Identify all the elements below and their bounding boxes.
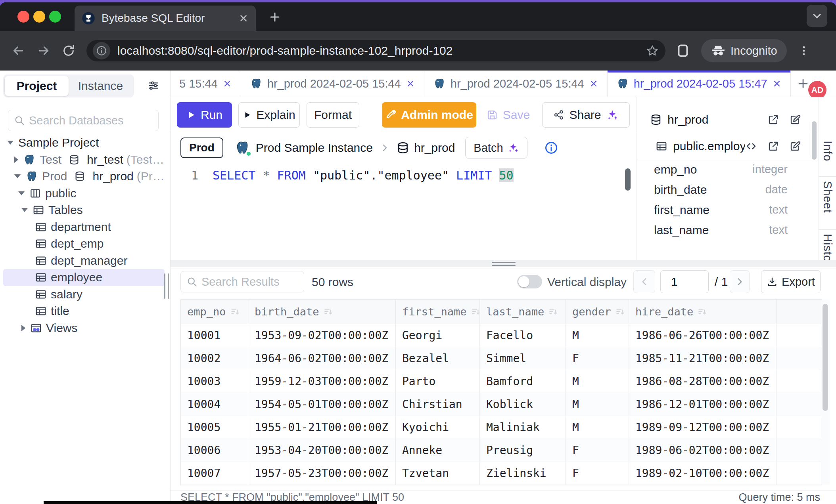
next-page-button[interactable] [730, 270, 750, 293]
traffic-light-zoom[interactable] [49, 11, 61, 23]
result-grid: emp_nobirth_datefirst_namelast_namegende… [180, 299, 822, 485]
database-search[interactable] [8, 110, 159, 131]
column-last_name[interactable]: last_nametext [637, 220, 819, 240]
breadcrumb-instance[interactable]: Prod Sample Instance [256, 141, 373, 155]
format-button[interactable]: Format [307, 102, 359, 128]
tree-item-Sample Project[interactable]: Sample Project [3, 134, 165, 151]
column-first_name[interactable]: first_nametext [637, 200, 819, 220]
editor-tab-4[interactable]: hr_prod 2024-02-05 15:47 [608, 71, 791, 97]
tree-item-dept_manager[interactable]: dept_manager [3, 252, 165, 269]
tab-instance[interactable]: Instance [69, 76, 132, 96]
tree-item-hr_test[interactable]: Testhr_test(Test… [3, 151, 165, 168]
url-bar[interactable]: localhost:8080/sql-editor/prod-sample-in… [86, 40, 665, 61]
run-button[interactable]: Run [177, 102, 232, 128]
sidebar-resize-handle[interactable] [164, 273, 169, 299]
share-icon [553, 109, 564, 120]
connection-info-icon[interactable] [544, 141, 558, 155]
results-search[interactable] [180, 271, 304, 292]
forward-icon[interactable] [36, 44, 51, 58]
editor-scrollbar[interactable] [625, 168, 631, 191]
cell: M [566, 324, 629, 347]
save-button[interactable]: Save [486, 102, 530, 128]
panel-divider[interactable] [171, 260, 836, 267]
share-button[interactable]: Share [542, 102, 630, 128]
tree-item-department[interactable]: department [3, 219, 165, 236]
close-icon[interactable] [222, 79, 232, 88]
editor-tab-2[interactable]: hr_prod 2024-02-05 15:44 [241, 71, 424, 97]
column-header-emp_no[interactable]: emp_no [181, 300, 248, 324]
breadcrumb-database[interactable]: hr_prod [414, 141, 455, 155]
sort-icon[interactable] [615, 307, 625, 317]
side-tab-info[interactable]: Info [819, 141, 836, 161]
database-search-input[interactable] [29, 114, 153, 127]
export-button[interactable]: Export [761, 270, 821, 293]
traffic-light-close[interactable] [17, 11, 29, 23]
column-header-last_name[interactable]: last_name [480, 300, 566, 324]
site-info-icon[interactable] [93, 42, 110, 59]
column-birth_date[interactable]: birth_datedate [637, 179, 819, 200]
tree-item-Views[interactable]: Views [3, 320, 165, 337]
editor-tab-1[interactable]: 5 15:44 [171, 71, 241, 97]
reload-icon[interactable] [62, 44, 75, 57]
tab-project[interactable]: Project [5, 76, 69, 96]
side-tab-sheet[interactable]: Sheet [819, 181, 836, 213]
play-outline-icon [243, 111, 251, 119]
tree-item-title[interactable]: title [3, 303, 165, 320]
tree-item-salary[interactable]: salary [3, 286, 165, 303]
column-emp_no[interactable]: emp_nointeger [637, 159, 819, 179]
sort-icon[interactable] [323, 307, 334, 317]
chrome-tab-close-icon[interactable] [238, 13, 249, 23]
sort-icon[interactable] [230, 307, 240, 317]
bookmark-star-icon[interactable] [646, 44, 659, 57]
edit-icon[interactable] [789, 140, 801, 152]
back-icon[interactable] [11, 44, 25, 58]
tree-item-Tables[interactable]: Tables [3, 202, 165, 219]
close-icon[interactable] [772, 79, 782, 88]
traffic-light-minimize[interactable] [33, 11, 45, 23]
vertical-display-toggle[interactable] [517, 275, 542, 288]
page-input[interactable] [660, 270, 709, 293]
column-header-hire_date[interactable]: hire_date [629, 300, 777, 324]
side-panel-icon[interactable] [677, 44, 689, 58]
code-icon[interactable] [745, 140, 757, 152]
tree-item-public[interactable]: public [3, 185, 165, 202]
results-scrollbar[interactable] [821, 300, 830, 485]
tree-item-employee[interactable]: employee [3, 269, 165, 286]
chrome-tab[interactable]: Bytebase SQL Editor [75, 6, 256, 31]
download-icon [767, 276, 778, 287]
column-header-first_name[interactable]: first_name [396, 300, 480, 324]
column-header-gender[interactable]: gender [566, 300, 629, 324]
open-external-icon[interactable] [767, 140, 779, 152]
new-tab-icon[interactable] [797, 71, 809, 97]
divider-drag-handle[interactable] [492, 262, 516, 267]
tree-filter-icon[interactable] [147, 79, 160, 92]
column-header-birth_date[interactable]: birth_date [248, 300, 396, 324]
admin-mode-button[interactable]: Admin mode [382, 102, 476, 128]
batch-mode-button[interactable]: Batch [465, 137, 527, 159]
edit-icon[interactable] [789, 114, 801, 126]
chrome-new-tab-icon[interactable] [269, 11, 281, 23]
cell: Bamford [480, 370, 566, 393]
browser-menu-icon[interactable] [798, 45, 810, 57]
avatar[interactable]: AD [808, 81, 826, 99]
sql-editor[interactable]: 1 SELECT * FROM "public"."employee" LIMI… [171, 162, 637, 260]
tree-item-dept_emp[interactable]: dept_emp [3, 235, 165, 252]
sort-icon[interactable] [548, 307, 558, 317]
grid-header-row: emp_nobirth_datefirst_namelast_namegende… [181, 300, 821, 324]
close-icon[interactable] [589, 79, 598, 88]
close-icon[interactable] [406, 79, 415, 88]
cell: 1989-02-10T00:00:00Z [629, 462, 777, 485]
ai-sparkle-icon[interactable] [606, 109, 619, 121]
sort-icon[interactable] [697, 307, 708, 317]
results-search-input[interactable] [201, 275, 298, 288]
tree-item-hr_prod[interactable]: Prodhr_prod(Pr… [3, 168, 165, 185]
panel-scrollbar[interactable] [812, 121, 817, 160]
prev-page-button[interactable] [633, 270, 655, 293]
instance-online-dot [246, 151, 251, 157]
cell: 10005 [181, 416, 248, 439]
sort-icon[interactable] [471, 307, 480, 317]
editor-tab-3[interactable]: hr_prod 2024-02-05 15:44 [424, 71, 608, 97]
chrome-tab-search-button[interactable] [807, 5, 827, 27]
explain-button[interactable]: Explain [238, 102, 300, 128]
open-external-icon[interactable] [767, 114, 779, 126]
